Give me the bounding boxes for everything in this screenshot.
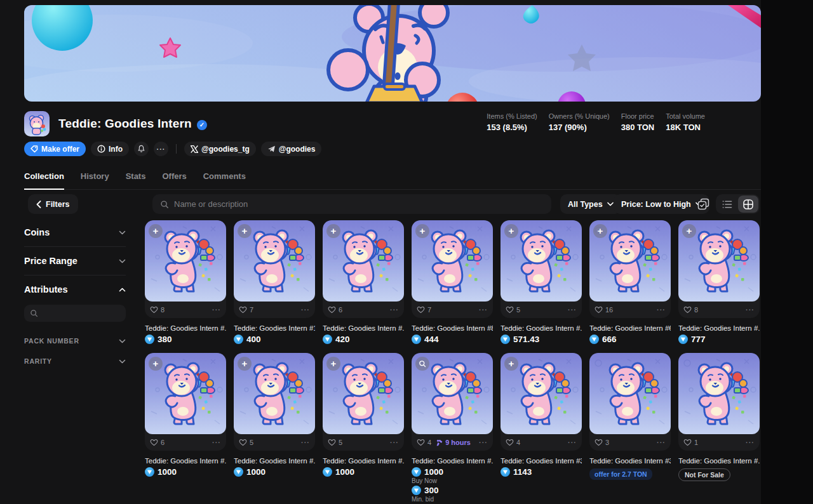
- sidebar-section-attributes[interactable]: Attributes: [24, 279, 126, 300]
- card-more-button[interactable]: ···: [301, 306, 310, 314]
- like-button[interactable]: 7: [417, 306, 431, 314]
- nft-card-box[interactable]: + 5 ···: [501, 220, 582, 318]
- tab-offers[interactable]: Offers: [162, 168, 186, 190]
- card-corner-button[interactable]: +: [504, 224, 518, 238]
- search-input[interactable]: [174, 199, 544, 209]
- like-button[interactable]: 5: [239, 439, 253, 446]
- nft-title[interactable]: Teddie: Goodies Intern #37: [589, 457, 671, 465]
- card-more-button[interactable]: ···: [479, 439, 488, 446]
- x-social-button[interactable]: @goodies_tg: [184, 142, 256, 156]
- nft-card-box[interactable]: 3 ···: [589, 353, 671, 451]
- like-button[interactable]: 8: [150, 306, 165, 314]
- card-corner-button[interactable]: +: [326, 357, 340, 371]
- card-more-button[interactable]: ···: [746, 439, 755, 446]
- grid-view-button[interactable]: [738, 196, 759, 213]
- tab-history[interactable]: History: [81, 168, 109, 190]
- nft-image[interactable]: +: [412, 220, 493, 302]
- nft-title[interactable]: Teddie: Goodies Intern #66: [589, 324, 671, 332]
- like-button[interactable]: 7: [239, 306, 253, 314]
- tab-comments[interactable]: Comments: [203, 168, 246, 190]
- like-button[interactable]: 8: [683, 306, 698, 314]
- filters-toggle-button[interactable]: Filters: [28, 194, 78, 214]
- like-button[interactable]: 4: [506, 439, 520, 446]
- nft-image[interactable]: +: [234, 353, 315, 434]
- card-more-button[interactable]: ···: [390, 439, 399, 446]
- nft-image[interactable]: [412, 353, 493, 434]
- card-corner-button[interactable]: +: [593, 224, 607, 238]
- nft-card[interactable]: + 5 ··· Teddie: Goodies Intern #... 1000: [323, 353, 404, 477]
- nft-title[interactable]: Teddie: Goodies Intern #...: [501, 324, 582, 332]
- nft-title[interactable]: Teddie: Goodies Intern #...: [323, 457, 404, 465]
- nft-card-box[interactable]: 1 ···: [678, 353, 760, 451]
- nft-card[interactable]: 3 ··· Teddie: Goodies Intern #37 offer f…: [589, 353, 671, 480]
- nft-image[interactable]: +: [589, 220, 671, 302]
- nft-card[interactable]: + 7 ··· Teddie: Goodies Intern #88 444: [412, 220, 493, 344]
- nft-card[interactable]: + 8 ··· Teddie: Goodies Intern #... 380: [145, 220, 226, 344]
- card-corner-button[interactable]: +: [326, 224, 340, 238]
- nft-title[interactable]: Teddie: Goodies Intern #88: [412, 324, 493, 332]
- attribute-search[interactable]: [24, 305, 126, 322]
- card-more-button[interactable]: ···: [479, 306, 488, 314]
- like-button[interactable]: 5: [506, 306, 520, 314]
- nft-card[interactable]: + 16 ··· Teddie: Goodies Intern #66 666: [589, 220, 671, 344]
- telegram-social-button[interactable]: @goodies: [261, 142, 322, 156]
- nft-title[interactable]: Teddie: Goodies Intern #...: [145, 324, 226, 332]
- like-button[interactable]: 3: [595, 439, 609, 446]
- nft-image[interactable]: +: [501, 220, 582, 302]
- nft-image[interactable]: [678, 353, 760, 434]
- like-button[interactable]: 6: [150, 439, 165, 446]
- nft-image[interactable]: +: [145, 353, 226, 434]
- like-button[interactable]: 6: [328, 306, 342, 314]
- nft-card-box[interactable]: + 8 ···: [145, 220, 226, 318]
- nft-title[interactable]: Teddie: Goodies Intern #...: [323, 324, 404, 332]
- like-button[interactable]: 4: [417, 439, 431, 446]
- nft-image[interactable]: +: [323, 220, 404, 302]
- type-filter-dropdown[interactable]: All Types: [560, 194, 621, 214]
- nft-card[interactable]: + 6 ··· Teddie: Goodies Intern #... 1000: [145, 353, 226, 477]
- list-view-button[interactable]: [717, 196, 738, 213]
- like-button[interactable]: 16: [595, 306, 613, 314]
- nft-card-box[interactable]: + 5 ···: [234, 353, 315, 451]
- card-more-button[interactable]: ···: [212, 306, 221, 314]
- nft-image[interactable]: +: [145, 220, 226, 302]
- card-more-button[interactable]: ···: [657, 439, 666, 446]
- nft-image[interactable]: +: [323, 353, 404, 434]
- nft-card[interactable]: + 5 ··· Teddie: Goodies Intern #... 1000: [234, 353, 315, 477]
- nft-card-box[interactable]: + 4 ···: [501, 353, 582, 451]
- nft-card-box[interactable]: + 7 ···: [234, 220, 315, 318]
- nft-card[interactable]: + 4 ··· Teddie: Goodies Intern #30 1143: [501, 353, 582, 477]
- card-more-button[interactable]: ···: [212, 439, 221, 446]
- attribute-group-rarity[interactable]: RARITY: [24, 351, 126, 371]
- attribute-group-pack-number[interactable]: PACK NUMBER: [24, 331, 126, 351]
- nft-card-box[interactable]: + 16 ···: [589, 220, 671, 318]
- nft-card-box[interactable]: + 7 ···: [412, 220, 493, 318]
- like-button[interactable]: 5: [328, 439, 342, 446]
- nft-card-box[interactable]: + 8 ···: [678, 220, 760, 318]
- nft-title[interactable]: Teddie: Goodies Intern #...: [234, 457, 315, 465]
- card-corner-button[interactable]: +: [504, 357, 518, 371]
- card-corner-button[interactable]: +: [149, 357, 163, 371]
- notification-bell-button[interactable]: [134, 142, 149, 156]
- nft-card[interactable]: 4 9 hours ··· Teddie: Goodies Intern #..…: [412, 353, 493, 503]
- nft-title[interactable]: Teddie: Goodies Intern #30: [501, 457, 582, 465]
- card-more-button[interactable]: ···: [301, 439, 310, 446]
- attribute-search-input[interactable]: [42, 309, 120, 318]
- card-more-button[interactable]: ···: [390, 306, 399, 314]
- nft-title[interactable]: Teddie: Goodies Intern #...: [678, 324, 760, 332]
- nft-image[interactable]: [589, 353, 671, 434]
- nft-card[interactable]: + 6 ··· Teddie: Goodies Intern #... 420: [323, 220, 404, 344]
- sidebar-section-price-range[interactable]: Price Range: [24, 251, 126, 271]
- tab-collection[interactable]: Collection: [24, 168, 64, 190]
- nft-card-box[interactable]: + 5 ···: [323, 353, 404, 451]
- nft-card-box[interactable]: + 6 ···: [323, 220, 404, 318]
- card-more-button[interactable]: ···: [657, 306, 666, 314]
- nft-card[interactable]: 1 ··· Teddie: Goodies Intern #... Not Fo…: [678, 353, 760, 481]
- card-corner-button[interactable]: +: [238, 224, 252, 238]
- nft-title[interactable]: Teddie: Goodies Intern #...: [145, 457, 226, 465]
- card-more-button[interactable]: ···: [568, 306, 577, 314]
- nft-image[interactable]: +: [678, 220, 760, 302]
- card-corner-button[interactable]: +: [415, 224, 429, 238]
- card-corner-button[interactable]: +: [149, 224, 163, 238]
- card-corner-button[interactable]: +: [682, 224, 696, 238]
- nft-image[interactable]: +: [234, 220, 315, 302]
